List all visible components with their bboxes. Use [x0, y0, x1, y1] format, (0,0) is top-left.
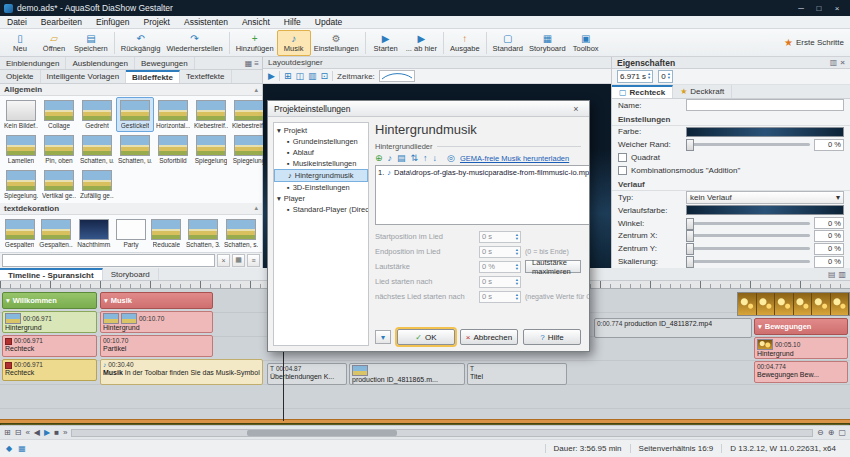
menu-projekt[interactable]: Projekt [137, 17, 177, 27]
move-up-icon[interactable]: ↑ [423, 153, 428, 163]
section-textdekoration-header[interactable]: textdekoration ▴ [0, 203, 262, 215]
chapter-willkommen[interactable]: ▾ Willkommen [2, 292, 97, 309]
tab-objekte[interactable]: Objekte [0, 70, 41, 83]
timeline-clip[interactable]: 00:04.774 Bewegungen Bew... [754, 361, 848, 383]
stop-icon[interactable]: ■ [54, 428, 59, 437]
soft-edge-slider[interactable] [686, 143, 810, 146]
tab-intelligente-vorlagen[interactable]: Intelligente Vorlagen [41, 70, 127, 83]
add-track-icon[interactable]: ⊞ [4, 428, 11, 437]
open-button[interactable]: ▱Öffnen [37, 30, 71, 56]
effect-thumbnail[interactable]: Spiegelung... [2, 167, 40, 202]
songs-list[interactable]: 1. ♪ Data\drops-of-glas-by-musicparadise… [375, 165, 589, 225]
duration-spinner[interactable]: 0 ▴▾ [658, 70, 673, 83]
pin-panel-icon[interactable]: ▥ [830, 58, 838, 67]
scale-slider[interactable] [686, 260, 810, 263]
menu-update[interactable]: Update [308, 17, 349, 27]
chapter-bewegungen[interactable]: ▾ Bewegungen [754, 318, 848, 335]
clear-search-icon[interactable]: × [217, 254, 230, 267]
playlist-icon[interactable]: ▤ [397, 153, 406, 163]
tab-timeline-spuransicht[interactable]: Timeline - Spuransicht [0, 268, 103, 280]
save-button[interactable]: ▤Speichern [71, 30, 111, 56]
timeline-clip[interactable]: 00:05.10 Hintergrund [754, 337, 848, 359]
menu-ansicht[interactable]: Ansicht [235, 17, 277, 27]
effect-thumbnail[interactable]: Lamellen [2, 132, 40, 167]
close-panel-icon[interactable]: × [840, 58, 845, 67]
spin-down-icon[interactable]: ▾ [648, 76, 650, 80]
status-panel-icon[interactable]: ▦ [18, 444, 26, 453]
standard-layout-button[interactable]: ▢Standard [490, 30, 526, 56]
play-icon[interactable]: ▶ [44, 428, 50, 437]
chapter-musik[interactable]: ▾ Musik [100, 292, 213, 309]
menu-datei[interactable]: Datei [0, 17, 34, 27]
next-song-start-input[interactable]: 0 s▴▾ [479, 291, 521, 303]
timeline-clip[interactable]: ♪00:30.40 Musik In der Toolbar finden Si… [100, 359, 263, 385]
cancel-button[interactable]: ×Abbrechen [460, 329, 518, 345]
grid-view-icon[interactable]: ▦ [232, 254, 245, 267]
storyboard-button[interactable]: ▦Storyboard [526, 30, 569, 56]
effect-thumbnail[interactable]: Pin, oben [40, 132, 78, 167]
song-row[interactable]: 1. ♪ Data\drops-of-glas-by-musicparadise… [378, 167, 589, 178]
remove-track-icon[interactable]: ⊟ [15, 428, 22, 437]
tab-bildeffekte[interactable]: Bildeffekte [126, 70, 180, 83]
section-allgemein-header[interactable]: Allgemein ▴ [0, 84, 262, 96]
effect-thumbnail[interactable]: Gespalten [2, 216, 37, 251]
grid-view-icon[interactable]: ▦ [245, 59, 253, 68]
spin-down-icon[interactable]: ▾ [668, 76, 670, 80]
help-button[interactable]: ?Hilfe [523, 329, 581, 345]
gema-download-link[interactable]: GEMA-freie Musik herunterladen [460, 154, 569, 163]
effect-thumbnail[interactable]: Klebestreif... [192, 97, 230, 132]
shuffle-icon[interactable]: ⇅ [411, 153, 419, 163]
blend-mode-checkbox[interactable] [618, 166, 627, 175]
scale-value[interactable]: 0 % [814, 256, 844, 268]
list-view-icon[interactable]: ≡ [254, 59, 259, 68]
toolbox-button[interactable]: ▣Toolbox [569, 30, 603, 56]
center-x-slider[interactable] [686, 234, 810, 237]
color-swatch[interactable] [686, 127, 844, 137]
go-end-icon[interactable]: » [63, 428, 67, 437]
effect-thumbnail[interactable]: Gedreht [78, 97, 116, 132]
effect-thumbnail[interactable]: Zufällig ge... [78, 167, 116, 202]
scrollbar-thumb[interactable] [247, 430, 397, 436]
maximize-volume-button[interactable]: Lautstärke maximieren [525, 260, 581, 273]
effect-thumbnail[interactable]: Party [113, 216, 148, 251]
timeline-clip[interactable]: 0:00.774production ID_4811872.mp4 [594, 318, 752, 338]
add-music-icon[interactable]: ♪ [388, 153, 393, 163]
timeline-clip[interactable]: T Titel [467, 363, 567, 385]
effect-thumbnail[interactable]: Vertikal ge... [40, 167, 78, 202]
effect-thumbnail[interactable]: Schatten, 3... [184, 216, 222, 251]
timeline-layout-icon[interactable]: ▥ [838, 270, 846, 279]
timeline-clip[interactable]: 00:06.971 Hintergrund [2, 311, 97, 333]
first-steps-button[interactable]: ★Erste Schritte [781, 30, 847, 56]
status-info-icon[interactable]: ◆ [6, 444, 12, 453]
name-input[interactable] [686, 99, 844, 111]
effect-thumbnail[interactable]: Spiegelung [192, 132, 230, 167]
undo-button[interactable]: ↶Rückgängig [118, 30, 164, 56]
dialog-titlebar[interactable]: Projekteinstellungen × [268, 101, 589, 117]
minimize-button[interactable]: ─ [792, 0, 810, 16]
menu-assistenten[interactable]: Assistenten [177, 17, 235, 27]
center-icon[interactable]: ⊡ [321, 71, 329, 81]
gradient-type-dropdown[interactable]: kein Verlauf ▾ [686, 191, 844, 204]
redo-button[interactable]: ↷Wiederherstellen [163, 30, 225, 56]
output-button[interactable]: ↑Ausgabe [447, 30, 483, 56]
search-input[interactable] [2, 254, 215, 267]
menu-bearbeiten[interactable]: Bearbeiten [34, 17, 89, 27]
tree-item-3d-einstellungen[interactable]: ▪3D-Einstellungen [274, 182, 368, 193]
gradient-color-swatch[interactable] [686, 205, 844, 215]
step-back-icon[interactable]: ◀ [34, 428, 40, 437]
timeline-clip[interactable]: 00:10.70 Partikel [100, 335, 213, 357]
tree-item-ablauf[interactable]: ▪Ablauf [274, 147, 368, 158]
tab-rechteck[interactable]: ▢Rechteck [612, 85, 673, 98]
music-button[interactable]: ♪Musik [277, 30, 311, 56]
start-button[interactable]: ▶Starten [369, 30, 403, 56]
tree-item-standard-player[interactable]: ▪Standard-Player (DirectX) [274, 204, 368, 215]
go-start-icon[interactable]: « [25, 428, 29, 437]
select-tool-icon[interactable]: ▶ [268, 71, 275, 81]
fit-view-icon[interactable]: ▢ [838, 428, 846, 437]
maximize-button[interactable]: □ [810, 0, 828, 16]
timeline-options-icon[interactable]: ▤ [828, 270, 836, 279]
list-view-icon[interactable]: ≡ [247, 254, 260, 267]
zeitmarke-curve[interactable] [379, 70, 415, 82]
timeline-clip[interactable]: 00:06.971 Rechteck [2, 359, 97, 381]
tree-item-player[interactable]: ▾Player [274, 193, 368, 204]
